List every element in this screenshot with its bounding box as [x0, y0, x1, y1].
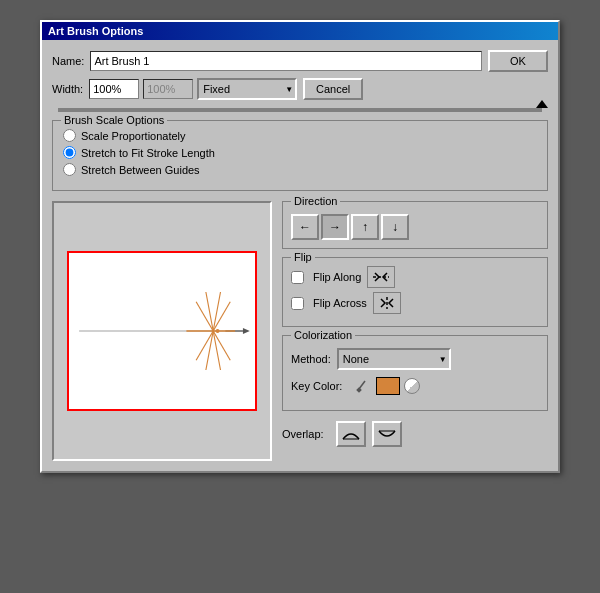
preview-area — [52, 201, 272, 461]
colorization-group: Colorization Method: None Tints Tints an… — [282, 335, 548, 411]
direction-group: Direction ← → ↑ ↓ — [282, 201, 548, 249]
flip-along-label: Flip Along — [313, 271, 361, 283]
flip-group-label: Flip — [291, 251, 315, 263]
svg-line-11 — [359, 381, 365, 389]
cancel-button[interactable]: Cancel — [303, 78, 363, 100]
overlap-concave-btn[interactable] — [336, 421, 366, 447]
width-type-select[interactable]: Fixed Proportional — [197, 78, 297, 100]
flip-across-icon — [373, 292, 401, 314]
flip-along-row: Flip Along — [291, 266, 539, 288]
scale-proportionately-radio[interactable] — [63, 129, 76, 142]
direction-down-btn[interactable]: ↓ — [381, 214, 409, 240]
flip-group: Flip Flip Along — [282, 257, 548, 327]
scale-proportionately-label: Scale Proportionately — [81, 130, 186, 142]
key-color-label: Key Color: — [291, 380, 342, 392]
direction-left-btn[interactable]: ← — [291, 214, 319, 240]
name-input[interactable] — [90, 51, 482, 71]
width-slider-track[interactable] — [58, 108, 542, 112]
method-select-wrapper[interactable]: None Tints Tints and Shades Hue Shift — [337, 348, 451, 370]
svg-point-8 — [216, 329, 220, 333]
stretch-guides-radio[interactable] — [63, 163, 76, 176]
dialog-title: Art Brush Options — [48, 25, 143, 37]
width-slider-thumb — [536, 100, 548, 108]
width-type-wrapper[interactable]: Fixed Proportional — [197, 78, 297, 100]
direction-up-btn[interactable]: ↑ — [351, 214, 379, 240]
width-label: Width: — [52, 83, 83, 95]
width-input[interactable] — [89, 79, 139, 99]
direction-group-label: Direction — [291, 195, 340, 207]
name-label: Name: — [52, 55, 84, 67]
width-readonly — [143, 79, 193, 99]
colorization-group-label: Colorization — [291, 329, 355, 341]
art-brush-options-dialog: Art Brush Options Name: OK Width: Fixed … — [40, 20, 560, 473]
key-color-swatch[interactable] — [376, 377, 400, 395]
stretch-fit-row: Stretch to Fit Stroke Length — [63, 146, 537, 159]
stretch-fit-radio[interactable] — [63, 146, 76, 159]
direction-right-btn[interactable]: → — [321, 214, 349, 240]
flip-along-checkbox[interactable] — [291, 271, 304, 284]
method-label: Method: — [291, 353, 331, 365]
eyedropper-button[interactable] — [352, 376, 372, 396]
stretch-fit-label: Stretch to Fit Stroke Length — [81, 147, 215, 159]
overlap-label: Overlap: — [282, 428, 324, 440]
method-select[interactable]: None Tints Tints and Shades Hue Shift — [337, 348, 451, 370]
right-panel: Direction ← → ↑ ↓ Flip Flip Along — [282, 201, 548, 461]
svg-rect-12 — [357, 387, 363, 393]
overlap-convex-btn[interactable] — [372, 421, 402, 447]
stretch-guides-label: Stretch Between Guides — [81, 164, 200, 176]
brush-preview-svg — [69, 253, 255, 409]
svg-marker-2 — [243, 328, 250, 334]
flip-across-row: Flip Across — [291, 292, 539, 314]
stretch-guides-row: Stretch Between Guides — [63, 163, 537, 176]
direction-buttons: ← → ↑ ↓ — [291, 214, 539, 240]
width-slider-row — [52, 108, 548, 112]
eyedropper-icon — [355, 379, 369, 393]
main-content: Direction ← → ↑ ↓ Flip Flip Along — [52, 201, 548, 461]
flip-along-svg — [371, 269, 391, 285]
color-hint-circle[interactable] — [404, 378, 420, 394]
ok-button[interactable]: OK — [488, 50, 548, 72]
flip-across-checkbox[interactable] — [291, 297, 304, 310]
flip-along-icon — [367, 266, 395, 288]
flip-across-label: Flip Across — [313, 297, 367, 309]
preview-inner — [67, 251, 257, 411]
overlap-convex-icon — [377, 425, 397, 443]
brush-scale-label: Brush Scale Options — [61, 114, 167, 126]
flip-across-svg — [377, 295, 397, 311]
dialog-title-bar: Art Brush Options — [42, 22, 558, 40]
overlap-concave-icon — [341, 425, 361, 443]
scale-proportionately-row: Scale Proportionately — [63, 129, 537, 142]
brush-scale-group: Brush Scale Options Scale Proportionatel… — [52, 120, 548, 191]
